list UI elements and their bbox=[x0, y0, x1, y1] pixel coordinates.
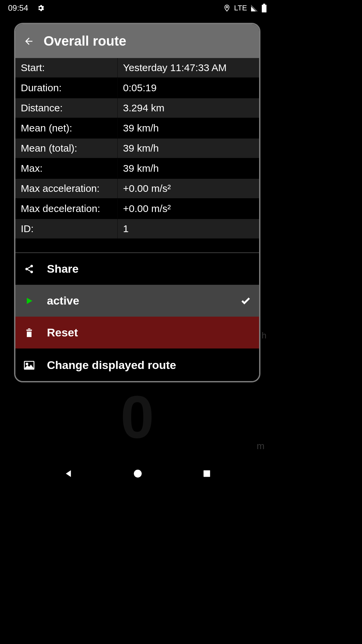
stat-row-mean-net: Mean (net): 39 km/h bbox=[15, 118, 259, 139]
stat-value: 0:05:19 bbox=[118, 78, 259, 98]
nav-bar bbox=[0, 459, 275, 488]
change-route-button[interactable]: Change displayed route bbox=[15, 349, 259, 381]
stat-value: +0.00 m/s² bbox=[118, 179, 259, 198]
nav-recent-icon[interactable] bbox=[202, 469, 211, 478]
svg-point-4 bbox=[25, 268, 28, 270]
stat-row-max-accel: Max acceleration: +0.00 m/s² bbox=[15, 179, 259, 199]
svg-point-3 bbox=[31, 265, 33, 267]
battery-icon bbox=[262, 4, 266, 12]
stat-row-distance: Distance: 3.294 km bbox=[15, 98, 259, 118]
stat-label: ID: bbox=[15, 219, 118, 238]
nav-home-icon[interactable] bbox=[133, 469, 142, 478]
stat-value: 39 km/h bbox=[118, 159, 259, 178]
reset-button[interactable]: Reset bbox=[15, 317, 259, 349]
stat-label: Max acceleration: bbox=[15, 179, 118, 198]
stat-value: +0.00 m/s² bbox=[118, 199, 259, 218]
gear-icon[interactable] bbox=[36, 4, 45, 12]
change-route-label: Change displayed route bbox=[47, 359, 251, 372]
stat-label: Max deceleration: bbox=[15, 199, 118, 218]
dialog-title: Overall route bbox=[44, 34, 126, 49]
svg-point-5 bbox=[31, 271, 33, 273]
bg-speed-value: 0 bbox=[120, 382, 154, 451]
nav-back-icon[interactable] bbox=[63, 469, 73, 479]
signal-icon bbox=[250, 4, 258, 12]
svg-rect-12 bbox=[203, 470, 210, 477]
svg-point-0 bbox=[226, 6, 228, 8]
bg-unit-h: h bbox=[262, 330, 266, 341]
stat-row-mean-total: Mean (total): 39 km/h bbox=[15, 139, 259, 159]
dialog-header: Overall route bbox=[15, 24, 259, 58]
trash-icon bbox=[23, 328, 35, 338]
share-button[interactable]: Share bbox=[15, 253, 259, 285]
stat-row-start: Start: Yesterday 11:47:33 AM bbox=[15, 58, 259, 78]
svg-point-11 bbox=[134, 470, 142, 477]
back-icon[interactable] bbox=[23, 36, 34, 47]
stat-value: Yesterday 11:47:33 AM bbox=[118, 58, 259, 77]
stat-label: Mean (total): bbox=[15, 139, 118, 158]
status-left: 09:54 bbox=[8, 3, 45, 13]
stat-label: Distance: bbox=[15, 98, 118, 118]
share-label: Share bbox=[47, 262, 251, 275]
svg-rect-7 bbox=[28, 328, 31, 329]
svg-rect-6 bbox=[26, 329, 32, 331]
stat-value: 1 bbox=[118, 219, 259, 238]
status-time: 09:54 bbox=[8, 3, 28, 13]
bg-unit-m: m bbox=[257, 441, 264, 451]
stat-value: 39 km/h bbox=[118, 139, 259, 158]
share-icon bbox=[23, 264, 35, 274]
play-icon bbox=[23, 296, 35, 306]
stat-row-id: ID: 1 bbox=[15, 219, 259, 239]
svg-rect-8 bbox=[27, 331, 32, 337]
location-icon bbox=[223, 3, 231, 13]
stat-row-max: Max: 39 km/h bbox=[15, 159, 259, 179]
stat-row-duration: Duration: 0:05:19 bbox=[15, 78, 259, 98]
stats-table: Start: Yesterday 11:47:33 AM Duration: 0… bbox=[15, 58, 259, 239]
status-bar: 09:54 LTE bbox=[0, 0, 275, 16]
active-button[interactable]: active bbox=[15, 285, 259, 317]
active-label: active bbox=[47, 294, 228, 307]
stat-label: Start: bbox=[15, 58, 118, 77]
check-icon bbox=[240, 296, 251, 306]
svg-rect-1 bbox=[263, 4, 265, 5]
reset-label: Reset bbox=[47, 326, 251, 339]
stat-label: Duration: bbox=[15, 78, 118, 98]
svg-rect-2 bbox=[262, 5, 266, 12]
status-right: LTE bbox=[223, 3, 266, 13]
svg-point-10 bbox=[26, 363, 28, 365]
stat-row-max-decel: Max deceleration: +0.00 m/s² bbox=[15, 199, 259, 219]
route-dialog: Overall route Start: Yesterday 11:47:33 … bbox=[14, 23, 260, 382]
image-icon bbox=[23, 361, 35, 370]
stat-value: 3.294 km bbox=[118, 98, 259, 118]
stat-label: Max: bbox=[15, 159, 118, 178]
stat-value: 39 km/h bbox=[118, 118, 259, 138]
stat-label: Mean (net): bbox=[15, 118, 118, 138]
network-label: LTE bbox=[234, 4, 247, 12]
